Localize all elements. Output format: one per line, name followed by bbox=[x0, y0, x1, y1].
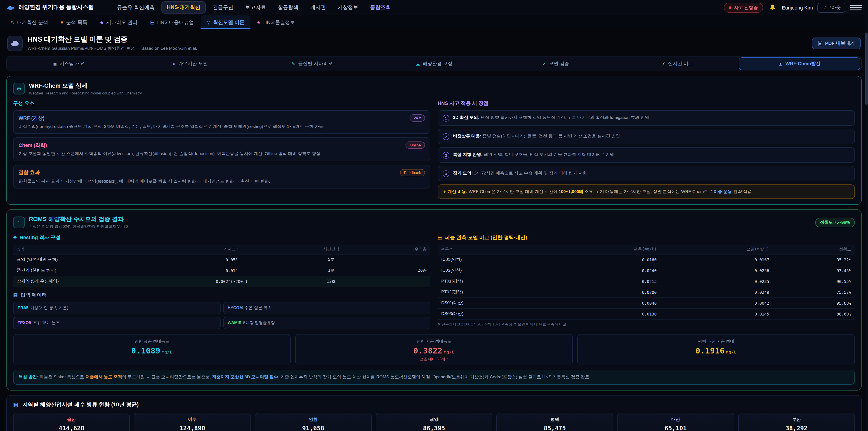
chart-icon: ▤ bbox=[438, 235, 442, 241]
notification-bell-button[interactable] bbox=[767, 2, 777, 12]
key-finding-note: 핵심 발견: 페놀은 Sinker 특성으로 저층에서 농도 축적이 두드러짐 … bbox=[13, 370, 855, 385]
number-badge: 4 bbox=[442, 171, 450, 177]
top-right-cluster: 사고 진행중 Eunjeong Kim 로그아웃 bbox=[723, 2, 862, 12]
nav-item-hns-air[interactable]: HNS·대기확산 bbox=[161, 1, 206, 13]
wrf-card-header: ⊕ WRF-Chem 모델 상세 Weather Research and Fo… bbox=[13, 82, 855, 95]
globe-icon: ⊕ bbox=[13, 83, 25, 94]
scrollbar-thumb[interactable] bbox=[865, 33, 868, 105]
roms-card-subtitle: 김정윤·이문진 외 (2024), 한국해양환경·안전학회지 Vol.30 bbox=[29, 224, 128, 230]
nav-item-board[interactable]: 게시판 bbox=[305, 2, 331, 13]
advantage-item: 4 장기 모의: 24~72시간 예측으로 사고 수습 계획 및 장기 피해 평… bbox=[438, 166, 855, 181]
tab-system-overview[interactable]: ▣시스템 개요 bbox=[8, 57, 129, 70]
pdf-export-button[interactable]: PDF 내보내기 bbox=[812, 37, 861, 49]
cloud-icon: ☁ bbox=[415, 61, 420, 66]
discharge-card-gwangyang: 광양 86,395 m³/일 781건↑ bbox=[376, 413, 493, 431]
advantage-desc: 해안 절벽, 항만 구조물, 인접 도시의 건물 효과를 지형 데이터로 반영 bbox=[484, 152, 614, 157]
page-content: HNS 대기확산 모델 이론 및 검증 WRF-Chem·Gaussian Pl… bbox=[0, 29, 868, 431]
discharge-card-ulsan: 울산 414,620 m³/일 1,037건↑ bbox=[13, 413, 130, 431]
wrf-components-column: 구성 요소 WRF (기상) v4.x 비정수압(non-hydrostatic… bbox=[13, 100, 430, 199]
advantage-title: 3D 확산 모의: bbox=[453, 115, 479, 120]
discharge-grid: 울산 414,620 m³/일 1,037건↑ 여수 124,890 m³/일 … bbox=[13, 413, 855, 431]
table-row-highlighted: 상세역 (5개 우심해역) 0.002°(≈200m) 12초 bbox=[13, 276, 430, 287]
component-wrf: WRF (기상) v4.x 비정수압(non-hydrostatic) 중규모 … bbox=[13, 110, 430, 134]
col-header: 격자크기 bbox=[169, 245, 294, 254]
tab-substance-scenario[interactable]: ✎물질별 시나리오 bbox=[251, 57, 373, 70]
discharge-card-incheon: 인천 91,658 m³/일 1,473건↑ bbox=[255, 413, 372, 431]
advantages-heading: HNS 사고 적용 시 장점 bbox=[438, 100, 855, 107]
stat-pyeongtaek-daesan-bottom: 평택·대산 저층 최대 0.1916mg/L bbox=[577, 334, 855, 366]
discharge-card-busan: 부산 38,292 m³/일 469건↑ bbox=[738, 413, 855, 431]
pencil-icon: ✎ bbox=[291, 61, 296, 66]
subnav-item-scenario-manage[interactable]: ◆ 시나리오 관리 bbox=[94, 16, 144, 29]
col-header: 정확도 bbox=[773, 245, 855, 254]
advantage-item: 2 비정상류 대응: 증발 전환(해면→대기), 돌풍, 전선 통과 등 시변 … bbox=[438, 129, 855, 144]
col-header: 수직층 bbox=[369, 245, 430, 254]
col-header: 영역 bbox=[13, 245, 169, 254]
nav-item-integrated-search[interactable]: 통합조회 bbox=[365, 2, 396, 13]
roms-card-header: ≈ ROMS 해양확산 수치모의 검증 결과 김정윤·이문진 외 (2024),… bbox=[13, 215, 855, 230]
feedback-badge: Feedback bbox=[400, 169, 425, 176]
computation-cost-warning: ⚠ 계산 비용: WRF-Chem은 가우시안 모델 대비 계산 시간이 100… bbox=[438, 184, 855, 199]
stat-incheon-surface: 인천 표층 최대농도 0.1089mg/L bbox=[13, 334, 291, 366]
monitor-icon: ▣ bbox=[53, 61, 57, 66]
table-row: 광역 (일본·대만 포함) 0.05° 5분 bbox=[13, 254, 430, 265]
nav-item-reports[interactable]: 보고자료 bbox=[240, 2, 271, 13]
main-menu: 유출유 확산예측 HNS·대기확산 긴급구난 보고자료 항공탐색 게시판 기상정… bbox=[112, 1, 719, 13]
input-wamis: WAMIS5대강 일평균유량 bbox=[223, 317, 430, 329]
rocket-icon: ▲ bbox=[778, 61, 783, 66]
number-badge: 3 bbox=[442, 152, 450, 159]
table-row: DS03(대산) 0.0130 0.0145 88.60% bbox=[438, 309, 855, 319]
tab-wrf-chem[interactable]: ▲WRF-Chem발전 bbox=[739, 57, 860, 70]
advantage-title: 비정상류 대응: bbox=[453, 133, 482, 138]
subnav-item-substance-info[interactable]: ◈ HNS 물질정보 bbox=[251, 16, 301, 29]
input-era5: ERA5기상(기압·풍속·기온) bbox=[13, 302, 220, 314]
advantage-item: 1 3D 확산 모의: 연직 방향 확산까지 포함한 정밀 농도장 계산. 고층… bbox=[438, 110, 855, 126]
col-header: 모델(mg/L) bbox=[660, 245, 773, 254]
subnav-label: HNS 대응매뉴얼 bbox=[157, 19, 194, 26]
page-title-group: HNS 대기확산 모델 이론 및 검증 WRF-Chem·Gaussian Pl… bbox=[28, 35, 197, 52]
wave-icon: ≈ bbox=[173, 61, 176, 66]
accuracy-badge: 정확도 75~96% bbox=[815, 218, 855, 227]
table-row: IC01(인천) 0.0160 0.0167 95.22% bbox=[438, 254, 855, 265]
subnav-item-response-manual[interactable]: ▤ HNS 대응매뉴얼 bbox=[144, 16, 199, 29]
number-badge: 2 bbox=[442, 133, 450, 140]
wrf-advantages-column: HNS 사고 적용 시 장점 1 3D 확산 모의: 연직 방향 확산까지 포함… bbox=[438, 100, 855, 199]
nav-item-aerial-search[interactable]: 항공탐색 bbox=[273, 2, 304, 13]
logout-button[interactable]: 로그아웃 bbox=[817, 2, 845, 12]
subnav-label: 시나리오 관리 bbox=[106, 19, 137, 26]
subnav-label: 확산모델 이론 bbox=[213, 19, 244, 26]
nav-item-weather[interactable]: 기상정보 bbox=[333, 2, 364, 13]
comparison-table: 관측점 관측(mg/L) 모델(mg/L) 정확도 IC01(인천) 0.016… bbox=[438, 245, 855, 320]
tab-realtime-compare[interactable]: ⚡실시간 비교 bbox=[617, 57, 739, 70]
wrf-card-title: WRF-Chem 모델 상세 bbox=[29, 82, 142, 90]
discharge-status-card: ▦ 지역별 해양산업시설 폐수 방류 현황 (10년 평균) 울산 414,62… bbox=[6, 395, 862, 431]
input-hycom: HYCOM수온·염분·유속 bbox=[223, 302, 430, 314]
nav-item-oil-diffusion[interactable]: 유출유 확산예측 bbox=[112, 2, 160, 13]
app-root: 해양환경 위기대응 통합시스템 유출유 확산예측 HNS·대기확산 긴급구난 보… bbox=[0, 0, 868, 431]
dual-operation-link[interactable]: 이중 운용 bbox=[714, 189, 732, 194]
component-desc: 기상 모델과 동일한 시간 스텝에서 화학종의 이류(advection), 난… bbox=[19, 151, 425, 157]
tab-gaussian-model[interactable]: ≈가우시안 모델 bbox=[129, 57, 251, 70]
tab-model-validation[interactable]: ✓모델 검증 bbox=[495, 57, 617, 70]
comparison-note: ※ 관측일시 2023.06.27~28 / 전체 18개 관측점 중 모델 범… bbox=[438, 322, 855, 327]
nesting-column: ◈ Nesting 격자 구성 영역 격자크기 시간간격 수직층 bbox=[13, 235, 430, 329]
tab-marine-correction[interactable]: ☁해양환경 보정 bbox=[373, 57, 495, 70]
incident-status-badge[interactable]: 사고 진행중 bbox=[723, 2, 763, 12]
subnav-item-air-analysis[interactable]: ✎ 대기확산 분석 bbox=[4, 16, 54, 29]
discharge-card-pyeongtaek: 평택 85,475 m³/일 745건↑ bbox=[496, 413, 613, 431]
col-header: 관측(mg/L) bbox=[548, 245, 660, 254]
lightning-icon: ⚡ bbox=[662, 61, 665, 66]
page-header: HNS 대기확산 모델 이론 및 검증 WRF-Chem·Gaussian Pl… bbox=[7, 35, 861, 52]
nav-item-rescue[interactable]: 긴급구난 bbox=[208, 2, 239, 13]
subnav-item-analysis-list[interactable]: ≡ 분석 목록 bbox=[55, 16, 93, 29]
col-header: 관측점 bbox=[438, 245, 548, 254]
pdf-icon bbox=[818, 40, 822, 46]
substance-icon: ◈ bbox=[257, 20, 260, 25]
table-row: IC03(인천) 0.0240 0.0256 93.45% bbox=[438, 265, 855, 276]
table-row: PT01(평택) 0.0215 0.0235 90.55% bbox=[438, 276, 855, 287]
hamburger-menu-button[interactable] bbox=[850, 2, 862, 12]
warning-label: 계산 비용: bbox=[447, 189, 467, 194]
component-title: 결합 효과 bbox=[19, 169, 40, 176]
component-desc: 화학물질의 복사 효과가 기상장에 되먹임(feedback). 예: 대량의 … bbox=[19, 178, 425, 184]
subnav-item-model-theory[interactable]: ◎ 확산모델 이론 bbox=[201, 16, 250, 29]
